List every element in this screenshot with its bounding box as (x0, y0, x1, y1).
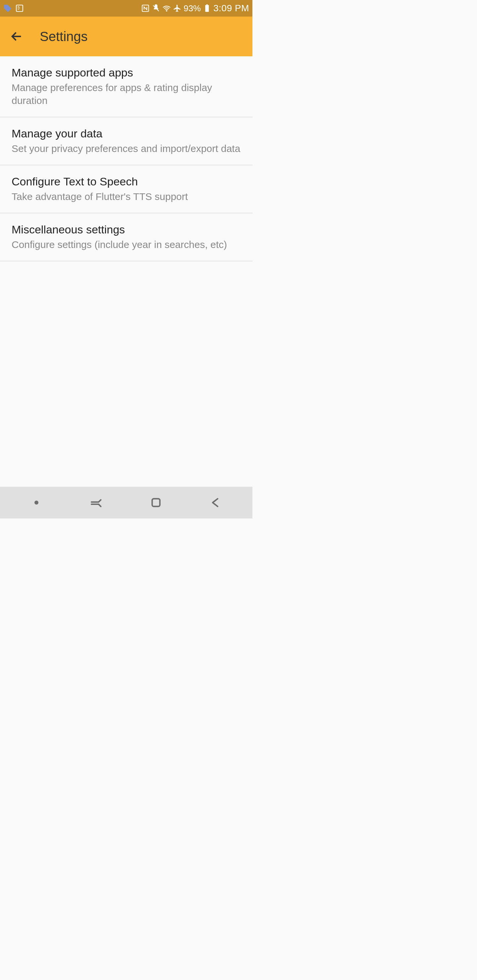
nav-back-button[interactable] (203, 493, 229, 512)
page-title: Settings (40, 29, 88, 44)
item-title: Miscellaneous settings (11, 223, 241, 236)
nav-home-button[interactable] (143, 493, 169, 512)
nav-bar (0, 487, 252, 519)
status-bar: 93% 3:09 PM (0, 0, 252, 17)
battery-icon (203, 4, 211, 13)
item-title: Manage your data (11, 127, 241, 140)
arrow-back-icon (10, 30, 23, 43)
back-icon (209, 496, 223, 509)
nav-recents-button[interactable] (83, 493, 110, 512)
app-bar: Settings (0, 17, 252, 56)
status-right: 93% 3:09 PM (141, 3, 249, 14)
clock: 3:09 PM (213, 3, 249, 14)
settings-item-tts[interactable]: Configure Text to Speech Take advantage … (0, 165, 252, 213)
airplane-icon (173, 4, 182, 13)
svg-rect-0 (16, 5, 23, 11)
item-subtitle: Set your privacy preferences and import/… (11, 142, 241, 155)
back-button[interactable] (6, 27, 27, 46)
nfc-icon (141, 4, 150, 13)
app-icon (15, 4, 24, 13)
settings-item-manage-data[interactable]: Manage your data Set your privacy prefer… (0, 117, 252, 165)
svg-rect-5 (152, 499, 160, 506)
home-icon (149, 496, 163, 509)
svg-rect-2 (205, 5, 209, 12)
item-subtitle: Take advantage of Flutter's TTS support (11, 190, 241, 203)
item-title: Configure Text to Speech (11, 175, 241, 188)
svg-rect-3 (206, 4, 208, 5)
settings-item-manage-apps[interactable]: Manage supported apps Manage preferences… (0, 56, 252, 117)
wifi-icon (162, 4, 171, 13)
battery-percent: 93% (183, 3, 201, 14)
settings-list: Manage supported apps Manage preferences… (0, 56, 252, 487)
tag-icon (3, 4, 12, 13)
settings-item-misc[interactable]: Miscellaneous settings Configure setting… (0, 213, 252, 261)
item-title: Manage supported apps (11, 66, 241, 79)
item-subtitle: Configure settings (include year in sear… (11, 238, 241, 251)
mute-icon (152, 4, 160, 13)
dot-icon (34, 501, 38, 504)
item-subtitle: Manage preferences for apps & rating dis… (11, 81, 241, 107)
recents-icon (90, 496, 103, 509)
nav-dot-button[interactable] (23, 493, 50, 512)
status-left (3, 4, 24, 13)
